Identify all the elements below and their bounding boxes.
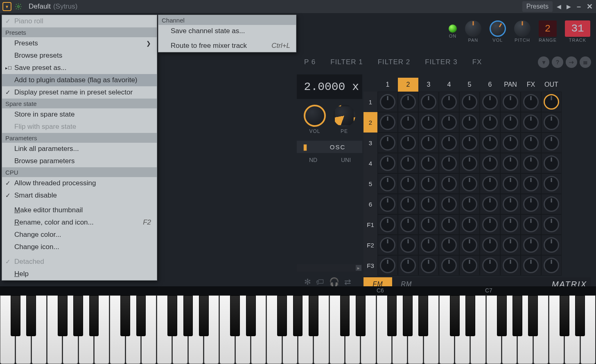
matrix-cell[interactable] [418,112,439,133]
black-key[interactable] [403,295,413,336]
matrix-cell[interactable] [500,194,521,214]
matrix-row-f2[interactable]: F2 [363,235,377,255]
black-key[interactable] [309,295,318,336]
black-key[interactable] [512,295,522,336]
matrix-cell[interactable] [459,112,480,133]
module-tab-filter2[interactable]: FILTER 2 [370,54,418,70]
matrix-cell[interactable] [521,214,541,235]
matrix-cell[interactable] [418,173,439,194]
headphones-icon[interactable]: 🎧 [329,277,339,287]
matrix-cell[interactable] [459,235,480,255]
options-dropdown-icon[interactable]: ▾ [538,56,549,68]
matrix-cell[interactable] [541,255,562,276]
black-key[interactable] [11,295,20,336]
black-key[interactable] [199,295,209,336]
matrix-cell[interactable] [377,112,398,133]
black-key[interactable] [58,295,68,336]
matrix-cell[interactable] [398,255,418,276]
module-tab-op6[interactable]: P 6 [297,54,323,70]
matrix-cell[interactable] [541,235,562,255]
help-icon[interactable]: ? [552,56,563,68]
matrix-cell[interactable] [500,214,521,235]
tag-icon[interactable]: 🏷 [316,277,324,287]
matrix-cell[interactable] [418,153,439,173]
matrix-cell[interactable] [500,255,521,276]
matrix-row-5[interactable]: 5 [363,173,377,194]
matrix-cell[interactable] [418,235,439,255]
matrix-cell[interactable] [377,214,398,235]
menu-item[interactable]: Browse presets [2,49,157,62]
matrix-cell[interactable] [541,194,562,214]
matrix-cell[interactable] [459,153,480,173]
matrix-cell[interactable] [377,255,398,276]
matrix-cell[interactable] [398,153,418,173]
matrix-cell[interactable] [418,133,439,153]
matrix-cell[interactable] [418,92,439,112]
black-key[interactable] [465,295,475,336]
matrix-cell[interactable] [377,173,398,194]
matrix-cell[interactable] [398,92,418,112]
matrix-cell[interactable] [500,235,521,255]
matrix-cell[interactable] [480,112,500,133]
matrix-cell[interactable] [500,173,521,194]
menu-item[interactable]: Rename, color and icon...F2 [2,216,157,229]
black-key[interactable] [183,295,193,336]
matrix-cell[interactable] [521,133,541,153]
matrix-cell[interactable] [500,153,521,173]
black-key[interactable] [136,295,146,336]
matrix-col-pan[interactable]: PAN [500,78,521,92]
matrix-cell[interactable] [480,153,500,173]
matrix-cell[interactable] [480,235,500,255]
matrix-cell[interactable] [439,235,459,255]
black-key[interactable] [418,295,428,336]
nd-tab[interactable]: ND [297,154,330,166]
scroll-right-icon[interactable]: ▸ [356,265,361,271]
pan-knob[interactable] [465,20,481,37]
matrix-cell[interactable] [500,112,521,133]
black-key[interactable] [340,295,350,336]
black-key[interactable] [89,295,99,336]
mixer-track-display[interactable]: 31 [565,20,590,37]
matrix-cell[interactable] [480,255,500,276]
matrix-cell[interactable] [377,153,398,173]
osc-tab[interactable]: OSC [313,141,362,153]
black-key[interactable] [26,295,36,336]
matrix-row-6[interactable]: 6 [363,194,377,214]
matrix-cell[interactable] [500,133,521,153]
matrix-cell[interactable] [521,112,541,133]
black-key[interactable] [528,295,538,336]
gear-icon[interactable] [14,2,23,11]
matrix-row-f1[interactable]: F1 [363,214,377,235]
menu-item[interactable]: Change icon... [2,241,157,253]
black-key[interactable] [387,295,397,336]
matrix-cell[interactable] [541,214,562,235]
black-key[interactable] [356,295,366,336]
snowflake-icon[interactable]: ✻ [304,277,311,287]
menu-item[interactable]: Make editor thumbnail [2,204,157,216]
matrix-cell[interactable] [398,235,418,255]
matrix-cell[interactable] [541,173,562,194]
black-key[interactable] [575,295,585,336]
menu-item[interactable]: ▸☐Save preset as... [2,62,157,74]
matrix-cell[interactable] [398,173,418,194]
matrix-row-f3[interactable]: F3 [363,255,377,276]
matrix-cell[interactable] [418,214,439,235]
matrix-cell[interactable] [480,214,500,235]
module-tab-filter3[interactable]: FILTER 3 [418,54,465,70]
matrix-cell[interactable] [541,92,562,112]
matrix-cell[interactable] [541,133,562,153]
link-icon[interactable]: ⇢ [566,56,577,68]
menu-item[interactable]: ✓Allow threaded processing [2,177,157,189]
matrix-cell[interactable] [377,92,398,112]
matrix-cell[interactable] [439,173,459,194]
matrix-cell[interactable] [439,133,459,153]
matrix-cell[interactable] [521,153,541,173]
matrix-cell[interactable] [480,92,500,112]
matrix-col-4[interactable]: 4 [439,78,459,92]
matrix-cell[interactable] [480,173,500,194]
black-key[interactable] [167,295,177,336]
matrix-cell[interactable] [500,92,521,112]
matrix-col-6[interactable]: 6 [480,78,500,92]
menu-item[interactable]: Help [2,268,157,280]
matrix-cell[interactable] [459,92,480,112]
